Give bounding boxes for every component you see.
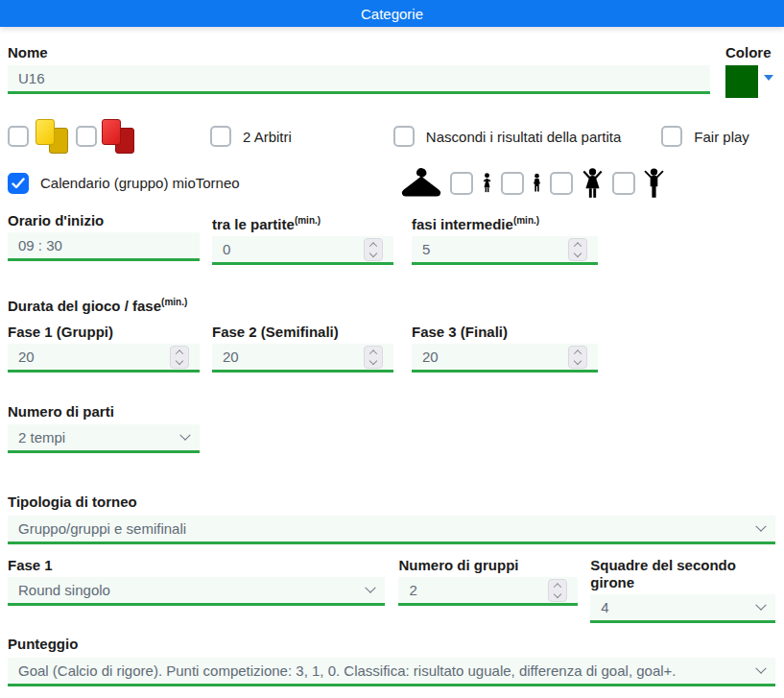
- numero-gruppi-value: 2: [409, 582, 416, 598]
- form-content: Nome Colore 2 Arbitri Nascondi i risulta…: [0, 27, 784, 698]
- punteggio-select[interactable]: Goal (Calcio di rigore). Punti competizi…: [8, 658, 775, 686]
- hanger-icon: [401, 167, 441, 199]
- number-spinner[interactable]: [568, 238, 587, 261]
- chevron-down-icon: [755, 599, 766, 610]
- number-spinner[interactable]: [364, 238, 383, 261]
- numero-parti-value: 2 tempi: [18, 429, 65, 445]
- fasi-intermedie-input[interactable]: 5: [412, 236, 598, 265]
- calendario-divise-row: Calendario (gruppo) mioTorneo: [8, 167, 775, 199]
- nome-input-field[interactable]: [18, 70, 700, 86]
- nome-colore-row: Nome Colore: [8, 44, 775, 98]
- orario-inizio-label: Orario d'inizio: [8, 212, 200, 229]
- numero-gruppi-group: Numero di gruppi 2: [398, 557, 578, 606]
- fase1-value: Round singolo: [18, 582, 110, 598]
- fase1-gruppi-input[interactable]: 20: [8, 344, 200, 373]
- fair-play-label: Fair play: [694, 129, 749, 145]
- fase-config-row: Fase 1 Round singolo Numero di gruppi 2 …: [8, 557, 775, 623]
- girl-icon: [482, 173, 492, 193]
- punteggio-group: Punteggio Goal (Calcio di rigore). Punti…: [8, 636, 775, 686]
- tipologia-select[interactable]: Gruppo/gruppi e semifinali: [8, 516, 775, 544]
- durata-heading: Durata del gioco / fase: [8, 298, 161, 314]
- fase1-gruppi-label: Fase 1 (Gruppi): [8, 324, 200, 341]
- squadre-secondo-girone-label: Squadre del secondo girone: [590, 557, 775, 591]
- check-icon: [12, 178, 25, 189]
- punteggio-value: Goal (Calcio di rigore). Punti competizi…: [18, 662, 677, 679]
- orario-inizio-input-field[interactable]: [18, 237, 189, 253]
- color-dropdown-arrow-icon[interactable]: [764, 75, 773, 81]
- color-swatch[interactable]: [725, 65, 758, 98]
- numero-gruppi-input[interactable]: 2: [398, 577, 578, 606]
- orario-inizio-group: Orario d'inizio: [8, 212, 200, 261]
- page-header: Categorie: [0, 0, 784, 27]
- boy-icon: [533, 173, 541, 193]
- numero-parti-select[interactable]: 2 tempi: [8, 424, 200, 453]
- punteggio-label: Punteggio: [8, 636, 775, 653]
- colore-field-group: Colore: [725, 44, 775, 98]
- options-row: 2 Arbitri Nascondi i risultati della par…: [8, 119, 775, 154]
- squadre-secondo-girone-value: 4: [601, 599, 608, 615]
- number-spinner[interactable]: [364, 346, 383, 369]
- man-icon: [644, 168, 664, 198]
- divisa-girl-checkbox[interactable]: [450, 172, 473, 195]
- fase1-gruppi-value: 20: [18, 349, 35, 365]
- divisa-man-checkbox[interactable]: [612, 172, 635, 195]
- fase1-group: Fase 1 Round singolo: [8, 557, 385, 606]
- fase1-select[interactable]: Round singolo: [8, 577, 385, 606]
- divisa-woman-checkbox[interactable]: [550, 172, 573, 195]
- arbitri-checkbox[interactable]: [210, 126, 231, 147]
- chevron-down-icon: [366, 582, 376, 592]
- calendario-label: Calendario (gruppo) mioTorneo: [40, 175, 240, 191]
- tipologia-label: Tipologia di torneo: [8, 493, 775, 511]
- fasi-intermedie-unit: (min.): [513, 215, 539, 226]
- fase2-semifinali-label: Fase 2 (Semifinali): [212, 324, 393, 341]
- number-spinner[interactable]: [548, 579, 567, 602]
- woman-icon: [582, 168, 604, 198]
- tra-le-partite-value: 0: [223, 241, 230, 257]
- chevron-down-icon: [179, 429, 190, 440]
- tra-le-partite-input[interactable]: 0: [212, 236, 393, 265]
- nascondi-risultati-label: Nascondi i risultati della partita: [426, 129, 621, 145]
- calendario-checkbox[interactable]: [8, 173, 29, 194]
- number-spinner[interactable]: [170, 346, 189, 369]
- numero-parti-group: Numero di parti 2 tempi: [8, 403, 200, 453]
- fase2-semifinali-value: 20: [223, 349, 239, 365]
- durata-unit: (min.): [161, 297, 187, 307]
- numero-parti-label: Numero di parti: [8, 403, 200, 421]
- tipologia-group: Tipologia di torneo Gruppo/gruppi e semi…: [8, 493, 775, 544]
- nascondi-risultati-checkbox[interactable]: [393, 126, 415, 147]
- tra-le-partite-group: tra le partite(min.) 0: [212, 212, 393, 265]
- tra-le-partite-label: tra le partite: [212, 216, 295, 232]
- nome-label: Nome: [8, 44, 710, 61]
- durata-section: Durata del gioco / fase(min.) Fase 1 (Gr…: [8, 294, 775, 373]
- red-card-checkbox[interactable]: [76, 126, 97, 147]
- squadre-secondo-girone-select[interactable]: 4: [590, 594, 775, 623]
- fase3-finali-label: Fase 3 (Finali): [412, 324, 598, 341]
- fasi-intermedie-label: fasi intermedie: [412, 216, 513, 232]
- tra-le-partite-unit: (min.): [295, 215, 321, 226]
- durata-fields-row: Fase 1 (Gruppi) 20 Fase 2 (Semifinali) 2…: [8, 324, 775, 373]
- orario-inizio-input[interactable]: [8, 232, 200, 261]
- tipologia-value: Gruppo/gruppi e semifinali: [18, 520, 186, 537]
- fase1-gruppi-group: Fase 1 (Gruppi) 20: [8, 324, 200, 373]
- fase3-finali-input[interactable]: 20: [412, 344, 598, 373]
- fase3-finali-group: Fase 3 (Finali) 20: [412, 324, 598, 373]
- squadre-secondo-girone-group: Squadre del secondo girone 4: [590, 557, 775, 623]
- yellow-cards-icon: [34, 119, 70, 154]
- arbitri-label: 2 Arbitri: [243, 129, 292, 145]
- divisa-boy-checkbox[interactable]: [501, 172, 524, 195]
- divise-group: [401, 167, 664, 199]
- chevron-down-icon: [755, 520, 766, 531]
- fase1-label: Fase 1: [8, 557, 385, 574]
- numero-gruppi-label: Numero di gruppi: [398, 557, 578, 574]
- colore-label: Colore: [725, 44, 775, 61]
- fase2-semifinali-group: Fase 2 (Semifinali) 20: [212, 324, 393, 373]
- fair-play-checkbox[interactable]: [661, 126, 682, 147]
- page-title: Categorie: [361, 6, 423, 22]
- fase2-semifinali-input[interactable]: 20: [212, 344, 393, 373]
- fasi-intermedie-group: fasi intermedie(min.) 5: [412, 212, 598, 265]
- nome-field-group: Nome: [8, 44, 710, 94]
- nome-input[interactable]: [8, 65, 710, 94]
- yellow-card-checkbox[interactable]: [8, 126, 29, 147]
- number-spinner[interactable]: [568, 346, 587, 369]
- red-cards-icon: [100, 119, 136, 154]
